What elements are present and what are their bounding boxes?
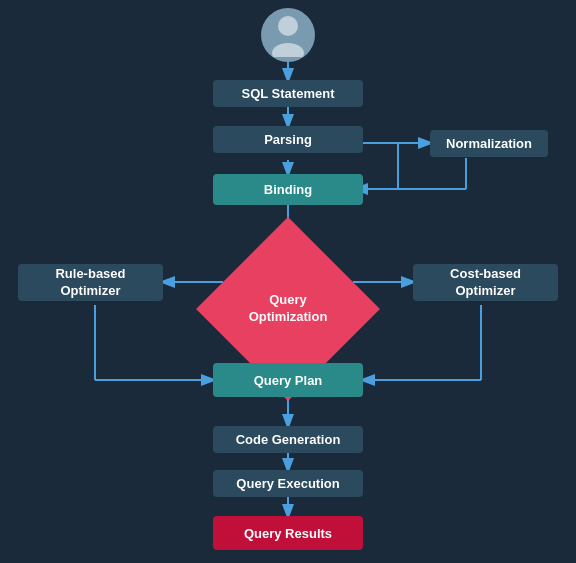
user-avatar — [261, 8, 315, 62]
query-execution-label: Query Execution — [236, 476, 339, 491]
query-results-label: Query Results — [244, 526, 332, 541]
code-generation-box: Code Generation — [213, 426, 363, 453]
binding-box: Binding — [213, 174, 363, 205]
normalization-label: Normalization — [446, 136, 532, 151]
person-icon — [268, 13, 308, 57]
normalization-box: Normalization — [430, 130, 548, 157]
binding-label: Binding — [264, 182, 312, 197]
query-plan-box: Query Plan — [213, 363, 363, 397]
sql-statement-box: SQL Statement — [213, 80, 363, 107]
diagram: SQL Statement Parsing Normalization Bind… — [0, 0, 576, 563]
query-results-box: Query Results — [213, 516, 363, 550]
parsing-box: Parsing — [213, 126, 363, 153]
query-optimization-diamond: QueryOptimization — [223, 244, 353, 374]
parsing-label: Parsing — [264, 132, 312, 147]
sql-statement-label: SQL Statement — [242, 86, 335, 101]
rule-based-optimizer-box: Rule-based Optimizer — [18, 264, 163, 301]
code-generation-label: Code Generation — [236, 432, 341, 447]
query-optimization-label: QueryOptimization — [249, 292, 328, 326]
cost-based-optimizer-box: Cost-based Optimizer — [413, 264, 558, 301]
svg-point-19 — [278, 16, 298, 36]
svg-point-20 — [272, 43, 304, 57]
query-plan-label: Query Plan — [254, 373, 323, 388]
rule-based-optimizer-label: Rule-based Optimizer — [55, 266, 125, 300]
cost-based-optimizer-label: Cost-based Optimizer — [450, 266, 521, 300]
query-execution-box: Query Execution — [213, 470, 363, 497]
